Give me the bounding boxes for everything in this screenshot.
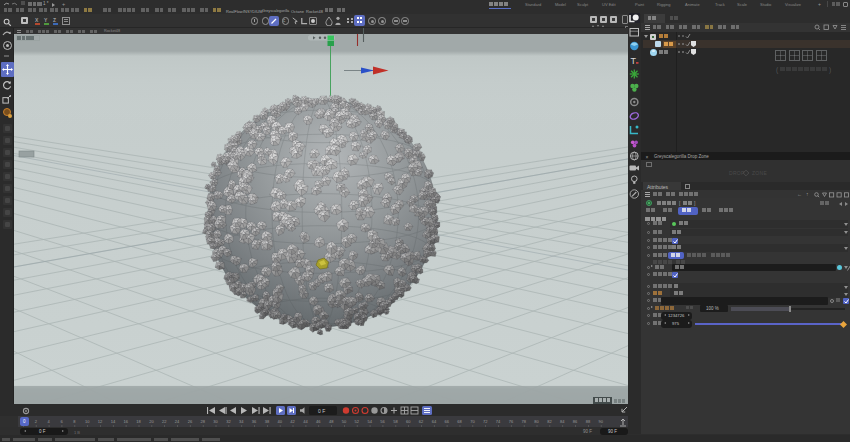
svg-text:62: 62 [419, 419, 424, 424]
svg-text:30: 30 [213, 419, 218, 424]
svg-text:54: 54 [367, 419, 372, 424]
svg-text:56: 56 [380, 419, 385, 424]
svg-text:46: 46 [316, 419, 321, 424]
svg-text:44: 44 [303, 419, 308, 424]
svg-text:50: 50 [342, 419, 347, 424]
svg-text:40: 40 [278, 419, 283, 424]
svg-text:78: 78 [522, 419, 527, 424]
svg-text:76: 76 [509, 419, 514, 424]
svg-text:10: 10 [85, 419, 90, 424]
svg-text:88: 88 [586, 419, 591, 424]
svg-text:60: 60 [406, 419, 411, 424]
svg-text:32: 32 [226, 419, 231, 424]
svg-text:36: 36 [252, 419, 257, 424]
svg-text:0 F: 0 F [318, 408, 325, 414]
svg-text:52: 52 [355, 419, 360, 424]
svg-text:24: 24 [175, 419, 180, 424]
svg-text:2: 2 [35, 419, 38, 424]
svg-text:72: 72 [483, 419, 488, 424]
svg-text:82: 82 [547, 419, 552, 424]
svg-text:18: 18 [136, 419, 141, 424]
svg-text:14: 14 [111, 419, 116, 424]
svg-text:42: 42 [290, 419, 295, 424]
svg-text:34: 34 [239, 419, 244, 424]
svg-text:12: 12 [98, 419, 103, 424]
svg-text:16: 16 [123, 419, 128, 424]
svg-text:22: 22 [162, 419, 167, 424]
svg-text:64: 64 [432, 419, 437, 424]
svg-text:6: 6 [60, 419, 63, 424]
svg-text:90: 90 [599, 419, 604, 424]
svg-text:84: 84 [560, 419, 565, 424]
svg-text:48: 48 [329, 419, 334, 424]
svg-text:8: 8 [73, 419, 76, 424]
svg-text:74: 74 [496, 419, 501, 424]
svg-text:70: 70 [470, 419, 475, 424]
svg-text:28: 28 [201, 419, 206, 424]
svg-text:58: 58 [393, 419, 398, 424]
svg-text:T: T [631, 56, 637, 66]
svg-text:38: 38 [265, 419, 270, 424]
svg-text:80: 80 [534, 419, 539, 424]
svg-text:20: 20 [149, 419, 154, 424]
svg-text:26: 26 [188, 419, 193, 424]
svg-text:4: 4 [48, 419, 51, 424]
svg-text:86: 86 [573, 419, 578, 424]
svg-text:66: 66 [444, 419, 449, 424]
svg-text:68: 68 [457, 419, 462, 424]
